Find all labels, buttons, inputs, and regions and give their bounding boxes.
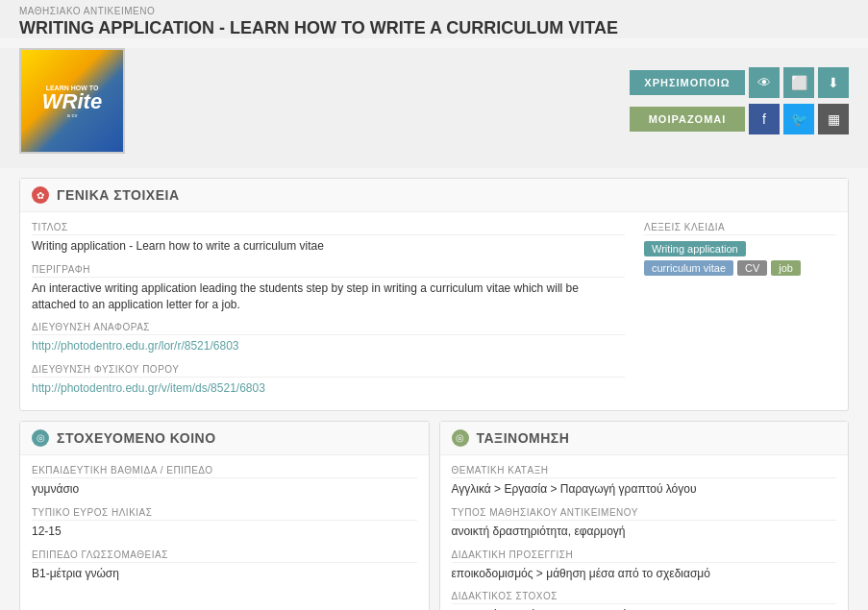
classification-field-value: ανοικτή δραστηριότητα, εφαρμογή <box>452 524 837 540</box>
classification-section-title: ΤΑΞΙΝΟΜΗΣΗ <box>477 430 570 446</box>
general-section: ✿ ΓΕΝΙΚΑ ΣΤΟΙΧΕΙΑ ΤΙΤΛΟΣ Writing applica… <box>19 178 849 411</box>
two-col-sections: ◎ ΣΤΟΧΕΥΟΜΕΝΟ ΚΟΙΝΟ ΕΚΠΑΙΔΕΥΤΙΚΗ ΒΑΘΜΙΔΑ… <box>19 421 849 610</box>
classification-section-header: ◎ ΤΑΞΙΝΟΜΗΣΗ <box>440 422 849 455</box>
classification-icon: ◎ <box>452 429 469 447</box>
keyword-tag: CV <box>737 260 767 276</box>
target-field-value: Β1-μέτρια γνώση <box>32 566 417 582</box>
target-field-value: γυμνάσιο <box>32 481 417 498</box>
page-wrapper: ΜΑΘΗΣΙΑΚΟ ΑΝΤΙΚΕΙΜΕΝΟ WRITING APPLICATIO… <box>0 0 868 610</box>
classification-field-label: ΔΙΔΑΚΤΙΚΟΣ ΣΤΟΧΟΣ <box>452 591 837 604</box>
download-icon-button[interactable]: ⬇ <box>818 67 849 98</box>
top-header: ΜΑΘΗΣΙΑΚΟ ΑΝΤΙΚΕΙΜΕΝΟ WRITING APPLICATIO… <box>0 0 868 38</box>
target-field-label: ΤΥΠΙΚΟ ΕΥΡΟΣ ΗΛΙΚΙΑΣ <box>32 507 417 521</box>
thumbnail: LEARN HOW TO WRite a cv <box>19 48 125 154</box>
ref-url-label: ΔΙΕΥΘΥΝΣΗ ΑΝΑΦΟΡΑΣ <box>32 322 625 335</box>
qr-icon-button[interactable]: ▦ <box>818 104 849 134</box>
classification-field-label: ΔΙΔΑΚΤΙΚΗ ΠΡΟΣΕΓΓΙΣΗ <box>452 549 837 563</box>
general-body: ΤΙΤΛΟΣ Writing application - Learn how t… <box>20 212 848 410</box>
title-label: ΤΙΤΛΟΣ <box>32 222 625 235</box>
classification-section: ◎ ΤΑΞΙΝΟΜΗΣΗ ΘΕΜΑΤΙΚΗ ΚΑΤAΞΗΑγγλικά > Ερ… <box>439 421 850 610</box>
eye-icon-button[interactable]: 👁 <box>749 67 780 98</box>
facebook-icon-button[interactable]: f <box>749 104 780 134</box>
target-icon: ◎ <box>32 429 49 447</box>
classification-field-label: ΘΕΜΑΤΙΚΗ ΚΑΤAΞΗ <box>452 465 837 478</box>
square-icon-button[interactable]: ⬜ <box>783 67 814 98</box>
share-btn-row: ΜΟΙΡΑΖΟΜΑΙ f 🐦 ▦ <box>630 104 849 134</box>
use-btn-row: ΧΡΗΣΙΜΟΠΟΙΩ 👁 ⬜ ⬇ <box>630 67 849 98</box>
target-section-header: ◎ ΣΤΟΧΕΥΟΜΕΝΟ ΚΟΙΝΟ <box>20 422 429 455</box>
target-field-label: ΕΚΠΑΙΔΕΥΤΙΚΗ ΒΑΘΜΙΔΑ / ΕΠΙΠΕΔΟ <box>32 465 417 478</box>
keyword-tag: curriculum vitae <box>644 260 733 276</box>
phys-url-link[interactable]: http://photodentro.edu.gr/v/item/ds/8521… <box>32 381 265 395</box>
target-field-label: ΕΠΙΠΕΔΟ ΓΛΩΣΣΟΜΑΘΕΙΑΣ <box>32 549 417 563</box>
keyword-tag: Writing application <box>644 241 746 256</box>
breadcrumb: ΜΑΘΗΣΙΑΚΟ ΑΝΤΙΚΕΙΜΕΝΟ <box>19 6 849 16</box>
target-section-title: ΣΤΟΧΕΥΟΜΕΝΟ ΚΟΙΝΟ <box>57 430 216 446</box>
target-field-value: 12-15 <box>32 524 417 540</box>
general-section-header: ✿ ΓΕΝΙΚΑ ΣΤΟΙΧΕΙΑ <box>20 179 848 212</box>
thumbnail-write-text: WRite <box>42 91 102 112</box>
desc-value: An interactive writing application leadi… <box>32 281 625 313</box>
phys-url-value: http://photodentro.edu.gr/v/item/ds/8521… <box>32 380 625 397</box>
target-section-body: ΕΚΠΑΙΔΕΥΤΙΚΗ ΒΑΘΜΙΔΑ / ΕΠΙΠΕΔΟγυμνάσιοΤΥ… <box>20 455 429 595</box>
keyword-tag: job <box>771 260 801 276</box>
classification-section-body: ΘΕΜΑΤΙΚΗ ΚΑΤAΞΗΑγγλικά > Εργασία > Παραγ… <box>440 455 849 610</box>
phys-url-label: ΔΙΕΥΘΥΝΣΗ ΦΥΣΙΚΟΥ ΠΟΡΟΥ <box>32 364 625 378</box>
title-value: Writing application - Learn how to write… <box>32 238 625 255</box>
ref-url-link[interactable]: http://photodentro.edu.gr/lor/r/8521/680… <box>32 339 239 353</box>
desc-label: ΠΕΡΙΓΡΑΦΗ <box>32 264 625 278</box>
classification-field-value: Αγγλικά > Εργασία > Παραγωγή γραπτού λόγ… <box>452 481 837 498</box>
classification-field-value: εποικοδομισμός > μάθηση μέσα από το σχεδ… <box>452 566 837 582</box>
page-title: WRITING APPLICATION - LEARN HOW TO WRITE… <box>19 18 849 38</box>
general-right: ΛΕΞΕΙΣ ΚΛΕΙΔΙΑ Writing applicationcurric… <box>644 222 836 401</box>
keywords-label: ΛΕΞΕΙΣ ΚΛΕΙΔΙΑ <box>644 222 836 235</box>
use-button[interactable]: ΧΡΗΣΙΜΟΠΟΙΩ <box>630 70 745 95</box>
twitter-icon-button[interactable]: 🐦 <box>783 104 814 134</box>
classification-field-label: ΤΥΠΟΣ ΜΑΘΗΣΙΑΚΟΥ ΑΝΤΙΚΕΙΜΕΝΟΥ <box>452 507 837 521</box>
general-icon: ✿ <box>32 186 49 204</box>
content-top: LEARN HOW TO WRite a cv ΧΡΗΣΙΜΟΠΟΙΩ 👁 ⬜ … <box>0 48 868 168</box>
general-left: ΤΙΤΛΟΣ Writing application - Learn how t… <box>32 222 625 401</box>
share-button[interactable]: ΜΟΙΡΑΖΟΜΑΙ <box>630 107 745 132</box>
target-section: ◎ ΣΤΟΧΕΥΟΜΕΝΟ ΚΟΙΝΟ ΕΚΠΑΙΔΕΥΤΙΚΗ ΒΑΘΜΙΔΑ… <box>19 421 430 610</box>
keyword-tags: Writing applicationcurriculum vitaeCVjob <box>644 241 836 276</box>
ref-url-value: http://photodentro.edu.gr/lor/r/8521/680… <box>32 338 625 354</box>
general-section-title: ΓΕΝΙΚΑ ΣΤΟΙΧΕΙΑ <box>57 187 180 203</box>
action-buttons: ΧΡΗΣΙΜΟΠΟΙΩ 👁 ⬜ ⬇ ΜΟΙΡΑΖΟΜΑΙ f 🐦 ▦ <box>630 67 849 134</box>
